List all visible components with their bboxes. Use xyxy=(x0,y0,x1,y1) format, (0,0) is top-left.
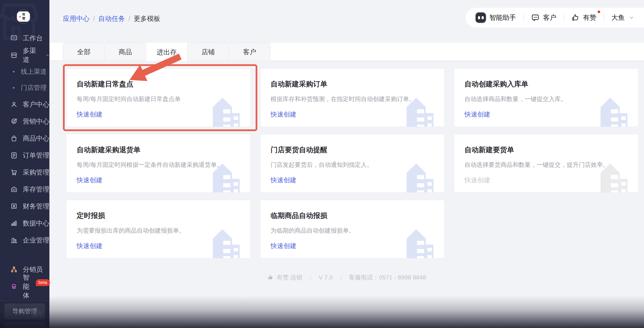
chat-bubble-icon xyxy=(531,13,540,22)
sidebar: 有赞 工作台 多渠道 线上渠道 门店管理 客户中心 营销中心 xyxy=(0,0,50,328)
building-icon xyxy=(209,158,243,193)
quick-create-link[interactable]: 快速创建 xyxy=(77,110,102,119)
distributor-icon xyxy=(10,265,18,274)
building-icon xyxy=(403,158,436,193)
building-icon xyxy=(597,92,630,127)
sidebar-extra-menu: 分销员 智能体 beta xyxy=(0,261,50,295)
footer-divider: ｜ xyxy=(338,273,344,281)
header-divider xyxy=(523,14,524,21)
header-divider xyxy=(564,14,564,21)
sidebar-divider xyxy=(0,300,50,301)
top-header-bar: 智能助手 客户 有赞 大鱼 xyxy=(466,8,644,28)
quick-create-link-disabled: 快速创建 xyxy=(464,176,490,185)
footer-brand: 有赞.连锁 xyxy=(277,273,302,281)
sidebar-item-agent[interactable]: 智能体 beta xyxy=(0,278,50,295)
sidebar-item-customer-center[interactable]: 客户中心 xyxy=(0,96,50,113)
inventory-icon xyxy=(10,185,18,193)
shop-avatar[interactable]: 有赞 xyxy=(16,10,30,24)
sidebar-item-marketing-center[interactable]: 营销中心 xyxy=(0,113,50,130)
youzan-logo: 有赞 xyxy=(17,12,30,22)
building-icon xyxy=(209,224,243,258)
sidebar-item-goods-center[interactable]: 商品中心 xyxy=(0,130,50,147)
template-card-grid: 自动新建日常盘点 每周/每月固定时间自动新建日常盘点单 快速创建 自动新建采购订… xyxy=(66,68,638,258)
page-footer: 有赞.连锁 ｜ V 7.0 ｜ 客服电话：0571 - 8998 8848 xyxy=(50,273,644,281)
quick-create-link[interactable]: 快速创建 xyxy=(271,242,296,250)
breadcrumb-current-page: 更多模板 xyxy=(134,14,160,23)
finance-icon xyxy=(10,202,18,210)
quick-create-link[interactable]: 快速创建 xyxy=(271,176,296,185)
quick-create-link[interactable]: 快速创建 xyxy=(271,110,296,119)
card-title: 自动新建要货单 xyxy=(464,145,628,155)
goods-icon xyxy=(10,134,18,143)
purchase-cart-icon xyxy=(10,168,18,176)
breadcrumb-auto-task[interactable]: 自动任务 xyxy=(98,14,125,23)
thumbs-up-icon xyxy=(267,274,274,281)
youzan-menu-item[interactable]: 有赞 xyxy=(572,13,596,22)
sidebar-item-multichannel[interactable]: 多渠道 xyxy=(0,47,50,64)
quick-create-link[interactable]: 快速创建 xyxy=(77,242,102,250)
card-scheduled-damage-report[interactable]: 定时报损 为需要报损出库的商品自动创建报损单。 快速创建 xyxy=(66,200,251,258)
card-near-expiry-damage-report[interactable]: 临期商品自动报损 为临期的商品自动创建报损单。 快速创建 xyxy=(260,200,445,258)
sidebar-item-inventory-management[interactable]: 库存管理 xyxy=(0,181,50,198)
tab-customer[interactable]: 客户 xyxy=(229,43,270,61)
notification-dot xyxy=(598,11,600,13)
footer-version: V 7.0 xyxy=(318,274,332,281)
multichannel-icon xyxy=(10,51,18,59)
breadcrumb: 应用中心 / 自动任务 / 更多模板 xyxy=(63,14,160,23)
data-chart-icon xyxy=(10,219,18,227)
category-tabs: 全部 商品 进出存 店铺 客户 xyxy=(50,43,644,61)
card-auto-purchase-inbound[interactable]: 自动创建采购入库单 自动选择商品和数量，一键提交入库。 快速创建 xyxy=(454,68,638,127)
sidebar-item-data-center[interactable]: 数据中心 xyxy=(0,215,50,232)
bullet-dot-icon xyxy=(13,71,14,73)
sidebar-item-enterprise-management[interactable]: 企业管理 xyxy=(0,232,50,249)
chevron-down-icon xyxy=(629,15,634,20)
guide-management-button[interactable]: 导购管理 xyxy=(4,303,45,319)
building-icon xyxy=(597,158,630,193)
customer-icon xyxy=(10,100,18,109)
account-menu-item[interactable]: 大鱼 xyxy=(611,13,634,22)
card-title: 自动新建日常盘点 xyxy=(77,79,240,89)
customer-service-menu-item[interactable]: 客户 xyxy=(531,13,556,22)
card-title: 定时报损 xyxy=(77,211,240,220)
bullet-dot-icon xyxy=(13,87,14,89)
footer-service-phone: 客服电话：0571 - 8998 8848 xyxy=(349,273,426,281)
quick-create-link[interactable]: 快速创建 xyxy=(464,110,490,119)
sidebar-item-order-management[interactable]: 订单管理 xyxy=(0,147,50,164)
agent-icon xyxy=(10,282,18,291)
beta-badge: beta xyxy=(36,279,50,286)
sidebar-item-finance-management[interactable]: 财务管理 xyxy=(0,198,50,215)
card-title: 门店要货自动提醒 xyxy=(271,145,434,155)
card-auto-purchase-return[interactable]: 自动新建采购退货单 每周/每月固定时间根据一定条件自动新建采购退货单。 快速创建 xyxy=(66,134,251,193)
sidebar-menu: 工作台 多渠道 线上渠道 门店管理 客户中心 营销中心 商品中心 xyxy=(0,30,50,249)
card-store-restock-reminder[interactable]: 门店要货自动提醒 门店发起要货后，自动通知到指定人。 快速创建 xyxy=(260,134,445,193)
tab-goods[interactable]: 商品 xyxy=(104,43,146,61)
tab-shop[interactable]: 店铺 xyxy=(187,43,229,61)
card-title: 自动新建采购退货单 xyxy=(77,145,240,155)
footer-divider: ｜ xyxy=(308,273,314,281)
breadcrumb-separator: / xyxy=(128,15,130,23)
card-auto-restock-order[interactable]: 自动新建要货单 自动选择要货商品和数量，一键提交，提升门店效率。 快速创建 xyxy=(454,134,638,193)
more-menu-button[interactable]: ··· xyxy=(4,322,45,328)
enterprise-icon xyxy=(10,236,18,244)
chevron-up-icon xyxy=(46,53,50,58)
breadcrumb-separator: / xyxy=(93,15,95,23)
sidebar-item-store-management[interactable]: 门店管理 xyxy=(0,80,50,96)
building-icon xyxy=(209,92,243,127)
card-title: 临期商品自动报损 xyxy=(271,211,434,220)
breadcrumb-app-center[interactable]: 应用中心 xyxy=(63,14,90,23)
card-auto-daily-stocktake[interactable]: 自动新建日常盘点 每周/每月固定时间自动新建日常盘点单 快速创建 xyxy=(66,68,251,127)
tab-all[interactable]: 全部 xyxy=(63,43,104,61)
quick-create-link[interactable]: 快速创建 xyxy=(77,176,102,185)
id-card-icon xyxy=(30,308,44,318)
assistant-menu-item[interactable]: 智能助手 xyxy=(476,13,516,23)
tab-inventory-flow[interactable]: 进出存 xyxy=(146,43,188,61)
card-title: 自动创建采购入库单 xyxy=(464,79,628,89)
card-title: 自动新建采购订单 xyxy=(271,79,434,89)
building-icon xyxy=(403,224,436,258)
sidebar-item-online-channel[interactable]: 线上渠道 xyxy=(0,64,50,80)
thumbs-up-icon xyxy=(572,14,580,22)
building-icon xyxy=(403,92,436,127)
sidebar-item-workbench[interactable]: 工作台 xyxy=(0,30,50,47)
card-auto-purchase-order[interactable]: 自动新建采购订单 根据库存和补货预测，在指定时间自动创建采购订单。 快速创建 xyxy=(260,68,445,127)
sidebar-item-purchase-management[interactable]: 采购管理 xyxy=(0,164,50,181)
